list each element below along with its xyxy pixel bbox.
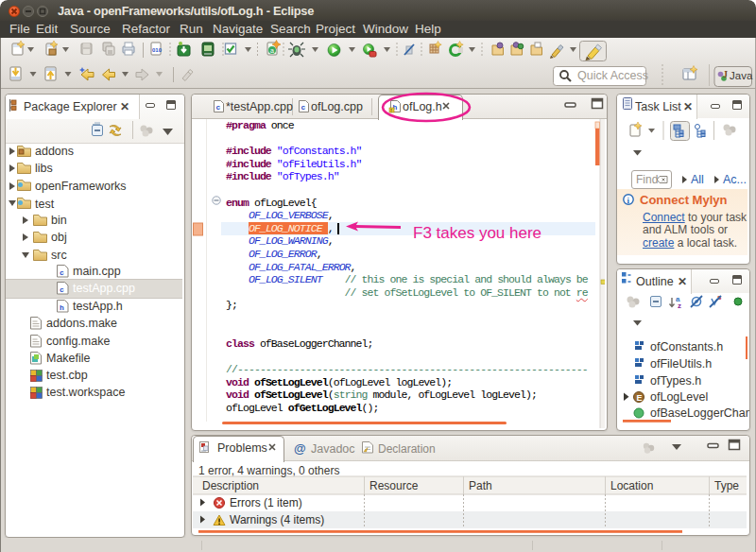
svg-text:a: a: [270, 47, 274, 54]
svg-text:Java: Java: [730, 70, 753, 81]
svg-text:J: J: [723, 69, 728, 79]
svg-text:010: 010: [152, 47, 163, 53]
svg-text:c: c: [60, 268, 64, 277]
svg-text:h: h: [60, 303, 64, 312]
svg-text:E: E: [636, 393, 642, 403]
svg-text:c: c: [60, 285, 64, 294]
svg-text:c: c: [216, 103, 221, 112]
svg-text:Quick Access: Quick Access: [577, 69, 648, 82]
svg-text:@: @: [294, 441, 306, 456]
svg-text:z: z: [678, 302, 681, 310]
svg-text:c: c: [301, 103, 306, 112]
svg-text:!: !: [390, 109, 393, 114]
